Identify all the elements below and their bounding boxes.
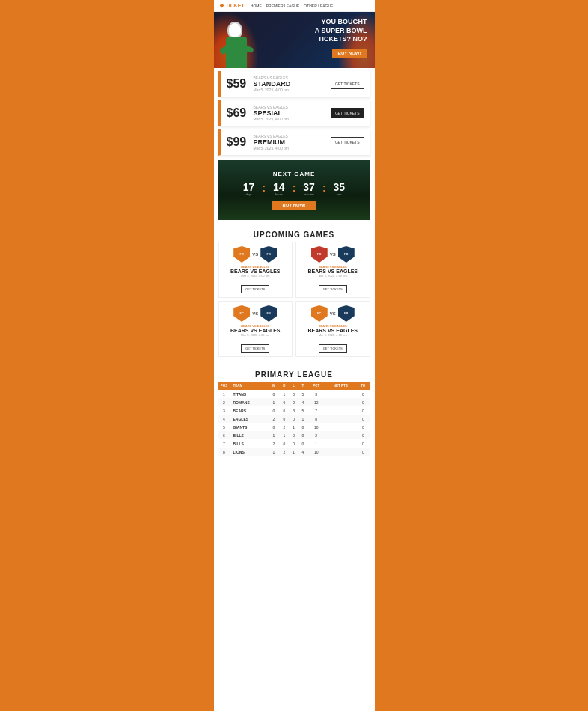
- ticket-packages: $59 BEARS VS EAGLES STANDARD Mar 5, 2025…: [214, 71, 375, 156]
- get-tickets-button-3[interactable]: GET TICKETS: [331, 137, 364, 147]
- ticket-price-1: $59: [227, 77, 248, 91]
- table-row: 2 ROMANS 1 0 2 4 12 0: [218, 398, 370, 406]
- table-row: 8 LIONS 1 2 1 4 10 0: [218, 448, 370, 456]
- vs-text-4: VS: [330, 311, 336, 316]
- game-card-1: FC VS FB BEARS VS EAGLES BEARS VS EAGLES…: [218, 242, 293, 298]
- col-w: W: [269, 382, 280, 390]
- countdown-display: 17 days : 14 hours : 37 minutes : 35 sec: [243, 182, 345, 196]
- nav-other-league[interactable]: OTHER LEAGUE: [304, 4, 333, 8]
- vs-text-2: VS: [330, 252, 336, 257]
- game-tickets-btn-2[interactable]: GET TICKETS: [319, 285, 347, 293]
- ticket-type-1: STANDARD: [254, 80, 331, 88]
- navbar: TICKET HOME PREMIER LEAGUE OTHER LEAGUE: [214, 0, 375, 12]
- game-date-1: Mar 5, 2025, 4:00 pm: [223, 274, 289, 278]
- team-logo-eagles-1: FB: [260, 246, 277, 263]
- ticket-info-2: BEARS VS EAGLES SPESIAL Mar 5, 2025, 4:0…: [254, 105, 331, 121]
- game-card-3: FC VS FB BEARS VS EAGLES BEARS VS EAGLES…: [218, 301, 293, 357]
- game-tickets-btn-4[interactable]: GET TICKETS: [319, 344, 347, 353]
- team-logo-bears-3: FC: [233, 305, 250, 322]
- game-date-2: Mar 5, 2025, 4:00 pm: [300, 274, 366, 278]
- game-card-4: FC VS FB BEARS VS EAGLES BEARS VS EAGLES…: [295, 301, 370, 357]
- countdown-hours: 14 hours: [273, 182, 285, 196]
- table-row: 7 BILLS 2 0 0 0 1 0: [218, 439, 370, 448]
- ticket-package-premium: $99 BEARS VS EAGLES PREMIUM Mar 5, 2025,…: [218, 129, 370, 156]
- col-d: D: [279, 382, 289, 390]
- hero-buy-button[interactable]: BUY NOW!: [332, 49, 367, 58]
- league-table: POS TEAM W D L T PCT NET PTS TO 1 TITANS…: [218, 382, 370, 456]
- nav-links: HOME PREMIER LEAGUE OTHER LEAGUE: [251, 4, 334, 8]
- hero-text-block: YOU BOUGHT A SUPER BOWL TICKETS? NO? BUY…: [315, 18, 367, 58]
- col-l: L: [290, 382, 298, 390]
- ticket-package-standard: $59 BEARS VS EAGLES STANDARD Mar 5, 2025…: [218, 71, 370, 97]
- game-logos-2: FC VS FB: [300, 246, 366, 263]
- logo-text: TICKET: [226, 3, 245, 8]
- table-row: 5 GIANTS 0 2 1 0 10 0: [218, 423, 370, 431]
- col-pos: POS: [218, 382, 230, 390]
- countdown-sep-2: :: [293, 183, 296, 193]
- upcoming-games-title: UPCOMING GAMES: [214, 225, 375, 242]
- primary-league-section: PRIMARY LEAGUE POS TEAM W D L T PCT NET …: [214, 361, 375, 463]
- get-tickets-button-1[interactable]: GET TICKETS: [331, 79, 364, 89]
- team-logo-bears-4: FC: [311, 305, 328, 322]
- upcoming-games-section: UPCOMING GAMES FC VS FB: [214, 225, 375, 361]
- ticket-package-special: $69 BEARS VS EAGLES SPESIAL Mar 5, 2025,…: [218, 100, 370, 126]
- table-row: 3 BEARS 0 0 3 5 7 0: [218, 406, 370, 415]
- nav-logo[interactable]: TICKET: [220, 3, 245, 8]
- game-date-4: Mar 5, 2025, 4:00 pm: [300, 333, 366, 337]
- game-logos-1: FC VS FB: [223, 246, 289, 263]
- next-game-title: NEXT GAME: [273, 171, 316, 177]
- player-body: [226, 37, 247, 68]
- ticket-type-2: SPESIAL: [254, 109, 331, 117]
- ticket-type-3: PREMIUM: [254, 138, 331, 146]
- countdown-sep-1: :: [262, 183, 266, 193]
- countdown-sep-3: :: [322, 183, 326, 193]
- nav-home[interactable]: HOME: [251, 4, 262, 8]
- logo-diamond-icon: [220, 4, 224, 8]
- countdown-minutes: 37 minutes: [303, 182, 315, 196]
- nav-premier-league[interactable]: PREMIER LEAGUE: [266, 4, 299, 8]
- primary-league-title: PRIMARY LEAGUE: [218, 364, 370, 382]
- game-title-4: BEARS VS EAGLES: [300, 328, 366, 333]
- table-row: 6 BILLS 1 1 0 0 2 0: [218, 431, 370, 439]
- ticket-date-1: Mar 5, 2025, 4:00 pm: [254, 88, 331, 92]
- table-row: 1 TITANS 0 1 0 5 3 0: [218, 390, 370, 398]
- col-pct: PCT: [307, 382, 325, 390]
- vs-text-1: VS: [252, 252, 258, 257]
- team-logo-bears-1: FC: [233, 246, 250, 263]
- hero-banner: YOU BOUGHT A SUPER BOWL TICKETS? NO? BUY…: [214, 12, 375, 68]
- team-logo-bears-2: FC: [311, 246, 328, 263]
- hero-headline: YOU BOUGHT A SUPER BOWL TICKETS? NO?: [315, 18, 367, 44]
- col-net-pts: NET PTS: [325, 382, 357, 390]
- game-card-2: FC VS FB BEARS VS EAGLES BEARS VS EAGLES…: [295, 242, 370, 298]
- countdown-days: 17 days: [243, 182, 255, 196]
- game-title-1: BEARS VS EAGLES: [223, 269, 289, 274]
- team-logo-eagles-3: FB: [260, 305, 277, 322]
- ticket-info-3: BEARS VS EAGLES PREMIUM Mar 5, 2025, 4:0…: [254, 134, 331, 150]
- countdown-seconds: 35 sec: [334, 182, 346, 196]
- game-date-3: Mar 5, 2025, 4:00 pm: [223, 333, 289, 337]
- vs-text-3: VS: [252, 311, 258, 316]
- hero-player-figure: [220, 16, 261, 68]
- ticket-info-1: BEARS VS EAGLES STANDARD Mar 5, 2025, 4:…: [254, 76, 331, 92]
- col-to: TO: [356, 382, 370, 390]
- team-logo-eagles-4: FB: [338, 305, 355, 322]
- next-game-buy-button[interactable]: BUY NOW!: [272, 201, 316, 210]
- col-team: TEAM: [230, 382, 269, 390]
- game-title-3: BEARS VS EAGLES: [223, 328, 289, 333]
- game-tickets-btn-1[interactable]: GET TICKETS: [241, 285, 269, 293]
- ticket-price-2: $69: [227, 106, 248, 120]
- ticket-date-2: Mar 5, 2025, 4:00 pm: [254, 117, 331, 121]
- ticket-date-3: Mar 5, 2025, 4:00 pm: [254, 146, 331, 150]
- get-tickets-button-2[interactable]: GET TICKETS: [331, 108, 364, 118]
- ticket-price-3: $99: [227, 135, 248, 149]
- game-tickets-btn-3[interactable]: GET TICKETS: [241, 344, 269, 353]
- games-grid: FC VS FB BEARS VS EAGLES BEARS VS EAGLES…: [214, 242, 375, 361]
- player-head: [227, 22, 242, 38]
- game-logos-3: FC VS FB: [223, 305, 289, 322]
- next-game-section: NEXT GAME 17 days : 14 hours : 37 minute…: [218, 160, 370, 220]
- table-row: 4 EAGLES 2 0 0 1 8 0: [218, 415, 370, 423]
- team-logo-eagles-2: FB: [338, 246, 355, 263]
- col-t: T: [298, 382, 307, 390]
- game-logos-4: FC VS FB: [300, 305, 366, 322]
- game-title-2: BEARS VS EAGLES: [300, 269, 366, 274]
